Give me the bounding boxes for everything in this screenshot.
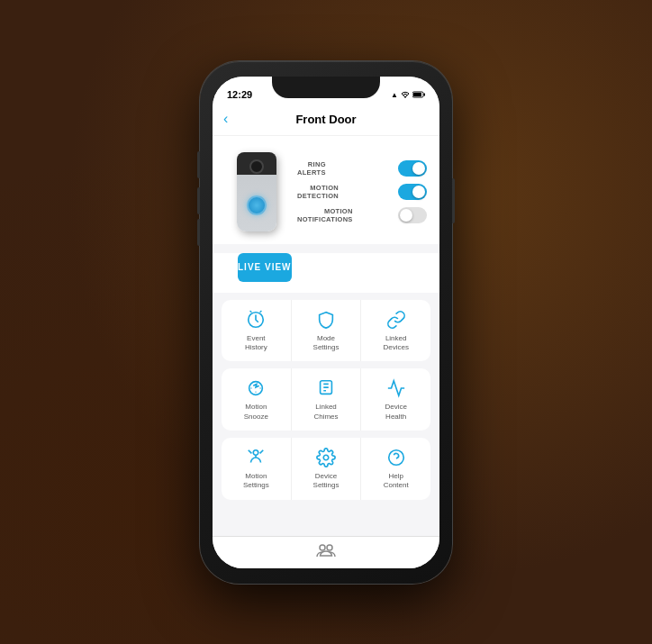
help-content-cell[interactable]: HelpContent bbox=[361, 438, 430, 500]
motion-detection-toggle[interactable] bbox=[398, 184, 427, 200]
app-header: ‹ Front Door bbox=[213, 104, 439, 136]
motion-notifications-label: MOTIONNOTIFICATIONS bbox=[297, 207, 353, 223]
back-button[interactable]: ‹ bbox=[223, 111, 228, 127]
grid-row-2: MotionSnooze LinkedC bbox=[222, 368, 430, 431]
phone-device: 12:29 ▲ ‹ Front Door bbox=[200, 61, 452, 584]
motion-settings-cell[interactable]: MotionSettings bbox=[222, 438, 292, 500]
motion-snooze-cell[interactable]: MotionSnooze bbox=[222, 368, 292, 431]
svg-point-0 bbox=[404, 96, 406, 98]
mode-settings-icon bbox=[315, 309, 337, 331]
linked-chimes-cell[interactable]: LinkedChimes bbox=[292, 368, 362, 431]
status-icons: ▲ bbox=[391, 91, 425, 100]
motion-detection-label: MOTIONDETECTION bbox=[297, 184, 339, 200]
svg-rect-2 bbox=[424, 93, 426, 95]
live-view-button[interactable]: LIVE VIEW bbox=[238, 253, 292, 282]
notch bbox=[272, 77, 380, 98]
live-view-container: LIVE VIEW bbox=[213, 253, 439, 293]
top-section: RINGALERTS MOTIONDETECTION bbox=[213, 136, 439, 244]
grid-row-3: MotionSettings DeviceSettings bbox=[222, 438, 430, 500]
svg-point-15 bbox=[327, 545, 332, 550]
tab-bar bbox=[213, 536, 439, 568]
ring-alerts-row: RINGALERTS bbox=[297, 160, 427, 177]
help-content-label: HelpContent bbox=[384, 472, 409, 491]
linked-devices-cell[interactable]: LinkedDevices bbox=[361, 300, 430, 362]
motion-snooze-icon bbox=[245, 377, 267, 399]
motion-notifications-thumb bbox=[400, 209, 412, 222]
grid-section-3: MotionSettings DeviceSettings bbox=[222, 438, 430, 500]
mode-settings-cell[interactable]: ModeSettings bbox=[292, 300, 362, 362]
app-content[interactable]: RINGALERTS MOTIONDETECTION bbox=[213, 136, 439, 536]
help-content-icon bbox=[385, 447, 407, 468]
linked-chimes-label: LinkedChimes bbox=[313, 403, 338, 422]
doorbell-camera bbox=[249, 159, 264, 174]
device-settings-label: DeviceSettings bbox=[313, 472, 340, 491]
linked-chimes-icon bbox=[315, 377, 337, 399]
grid-section-2: MotionSnooze LinkedC bbox=[222, 368, 430, 431]
device-health-label: DeviceHealth bbox=[385, 403, 406, 422]
grid-section-1: EventHistory ModeSettings bbox=[222, 300, 430, 362]
doorbell-body bbox=[237, 152, 276, 231]
mode-settings-label: ModeSettings bbox=[313, 334, 340, 353]
tab-people-icon[interactable] bbox=[316, 543, 336, 561]
motion-notifications-toggle[interactable] bbox=[398, 207, 427, 223]
ring-alerts-thumb bbox=[412, 162, 425, 175]
svg-rect-3 bbox=[413, 93, 421, 96]
svg-point-11 bbox=[323, 455, 329, 460]
signal-icon: ▲ bbox=[391, 91, 398, 99]
phone-screen: 12:29 ▲ ‹ Front Door bbox=[213, 77, 439, 568]
event-history-label: EventHistory bbox=[245, 334, 267, 353]
device-health-cell[interactable]: DeviceHealth bbox=[361, 368, 430, 431]
device-settings-icon bbox=[315, 447, 337, 468]
svg-point-12 bbox=[388, 450, 403, 466]
motion-detection-thumb bbox=[412, 186, 425, 198]
svg-point-10 bbox=[254, 450, 259, 456]
motion-detection-row: MOTIONDETECTION bbox=[297, 184, 427, 200]
wifi-icon bbox=[401, 91, 410, 100]
doorbell-ring-button bbox=[247, 195, 267, 215]
motion-notifications-row: MOTIONNOTIFICATIONS bbox=[297, 207, 427, 223]
doorbell-image bbox=[225, 147, 288, 237]
battery-icon bbox=[412, 91, 425, 100]
status-time: 12:29 bbox=[227, 89, 252, 100]
page-title: Front Door bbox=[295, 113, 356, 126]
motion-snooze-label: MotionSnooze bbox=[244, 403, 268, 422]
ring-alerts-toggle[interactable] bbox=[398, 160, 427, 177]
linked-devices-label: LinkedDevices bbox=[383, 334, 408, 353]
event-history-icon bbox=[245, 309, 267, 331]
event-history-cell[interactable]: EventHistory bbox=[222, 300, 292, 362]
grid-row-1: EventHistory ModeSettings bbox=[222, 300, 430, 362]
linked-devices-icon bbox=[385, 309, 407, 331]
device-settings-cell[interactable]: DeviceSettings bbox=[292, 438, 362, 500]
motion-settings-label: MotionSettings bbox=[243, 472, 269, 491]
phone-scene: 12:29 ▲ ‹ Front Door bbox=[155, 16, 497, 629]
svg-point-14 bbox=[320, 545, 325, 550]
device-health-icon bbox=[385, 377, 407, 399]
motion-settings-icon bbox=[245, 447, 267, 468]
ring-alerts-label: RINGALERTS bbox=[297, 160, 326, 177]
toggles-section: RINGALERTS MOTIONDETECTION bbox=[297, 160, 427, 223]
